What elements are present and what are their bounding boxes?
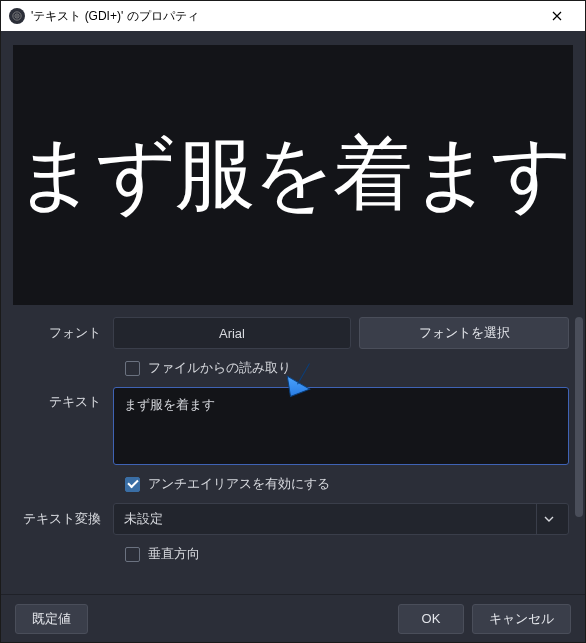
font-label: フォント [17,324,113,342]
defaults-button[interactable]: 既定値 [15,604,88,634]
preview-area: まず服を着ます [1,31,585,311]
text-transform-label: テキスト変換 [17,510,113,528]
select-font-button[interactable]: フォントを選択 [359,317,569,349]
scrollbar[interactable] [575,317,583,594]
preview-text: まず服を着ます [15,121,571,229]
svg-point-2 [16,15,18,17]
text-row: テキスト [17,387,569,465]
read-from-file-label[interactable]: ファイルからの読み取り [148,359,291,377]
text-input[interactable] [113,387,569,465]
vertical-row: 垂直方向 [125,545,569,563]
app-icon [9,8,25,24]
text-transform-select[interactable]: 未設定 [113,503,569,535]
vertical-label[interactable]: 垂直方向 [148,545,200,563]
antialias-row: アンチエイリアスを有効にする [125,475,569,493]
text-preview: まず服を着ます [13,45,573,305]
font-display: Arial [113,317,351,349]
titlebar: 'テキスト (GDI+)' のプロパティ [1,1,585,31]
antialias-label[interactable]: アンチエイリアスを有効にする [148,475,330,493]
read-from-file-checkbox[interactable] [125,361,140,376]
close-icon [552,11,562,21]
properties-window: 'テキスト (GDI+)' のプロパティ まず服を着ます フォント Arial … [0,0,586,643]
properties-form: フォント Arial フォントを選択 ファイルからの読み取り [1,311,585,594]
scrollbar-thumb[interactable] [575,317,583,517]
font-row: フォント Arial フォントを選択 [17,317,569,349]
text-transform-value: 未設定 [124,510,163,528]
cancel-button[interactable]: キャンセル [472,604,571,634]
vertical-checkbox[interactable] [125,547,140,562]
window-title: 'テキスト (GDI+)' のプロパティ [31,8,537,25]
text-label: テキスト [17,387,113,411]
read-from-file-row: ファイルからの読み取り [125,359,569,377]
ok-button[interactable]: OK [398,604,464,634]
antialias-checkbox[interactable] [125,477,140,492]
dialog-footer: 既定値 OK キャンセル [1,594,585,642]
text-transform-row: テキスト変換 未設定 [17,503,569,535]
chevron-down-icon [536,504,560,534]
close-button[interactable] [537,1,577,31]
